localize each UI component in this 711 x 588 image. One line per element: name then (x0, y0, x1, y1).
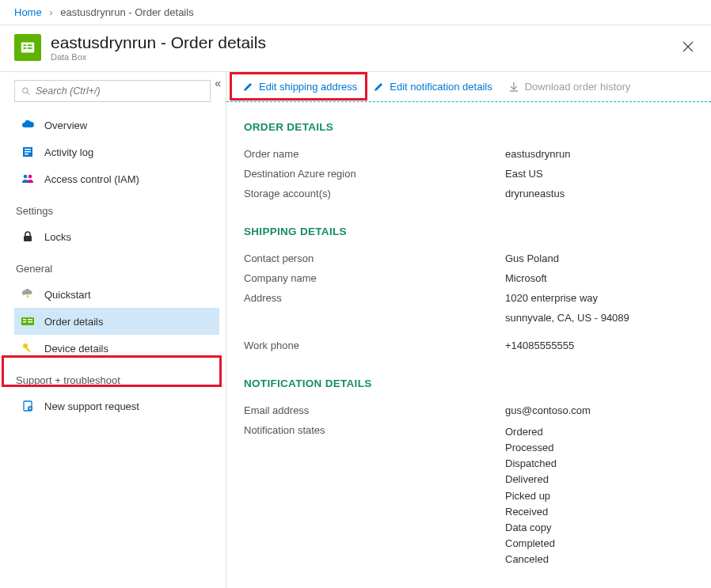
label-storage-account: Storage account(s) (244, 188, 505, 199)
label-order-name: Order name (244, 148, 505, 160)
svg-rect-17 (28, 319, 32, 321)
key-icon (21, 343, 35, 354)
sidebar-item-label: Access control (IAM) (44, 173, 139, 185)
value-address-line2: sunnyvale, CA, US - 94089 (505, 312, 629, 324)
download-icon (508, 82, 519, 93)
sidebar-item-quickstart[interactable]: Quickstart (14, 281, 219, 308)
label-dest-region: Destination Azure region (244, 168, 505, 180)
breadcrumb: Home › eastusdrynrun - Order details (0, 0, 711, 25)
label-contact-person: Contact person (244, 252, 505, 264)
label-address: Address (244, 292, 505, 304)
chevron-right-icon: › (49, 6, 52, 18)
button-label: Edit shipping address (259, 81, 357, 93)
value-work-phone: +14085555555 (505, 340, 574, 351)
value-storage-account: dryruneastus (505, 188, 565, 199)
edit-shipping-address-button[interactable]: Edit shipping address (234, 75, 365, 99)
svg-rect-16 (23, 321, 26, 323)
section-heading-notification-details: NOTIFICATION DETAILS (244, 377, 694, 389)
sidebar-item-device-details[interactable]: Device details (14, 335, 219, 362)
value-address-line1: 1020 enterprise way (505, 292, 598, 304)
cloud-lightning-icon (21, 289, 35, 300)
value-order-name: eastusdrynrun (505, 148, 570, 160)
value-email-address: gus@contoso.com (505, 404, 591, 416)
svg-rect-10 (25, 154, 29, 155)
sidebar: « Overview Activity log Access control (… (0, 72, 226, 588)
order-icon (21, 317, 35, 326)
search-input[interactable] (14, 80, 211, 102)
lock-icon (21, 231, 35, 242)
value-contact-person: Gus Poland (505, 252, 559, 264)
svg-rect-3 (28, 44, 32, 46)
content: ORDER DETAILS Order nameeastusdrynrun De… (226, 102, 711, 586)
button-label: Edit notification details (390, 81, 492, 93)
sidebar-item-label: Overview (44, 119, 87, 131)
sidebar-item-label: Order details (44, 316, 103, 328)
toolbar: Edit shipping address Edit notification … (226, 72, 711, 102)
svg-rect-18 (28, 321, 32, 323)
support-icon (21, 400, 35, 412)
sidebar-item-label: Activity log (44, 146, 93, 158)
main-pane: Edit shipping address Edit notification … (226, 72, 711, 588)
log-icon (21, 146, 35, 157)
page-title: eastusdrynrun - Order details (51, 33, 266, 52)
sidebar-item-label: Locks (44, 231, 71, 243)
sidebar-item-locks[interactable]: Locks (14, 223, 219, 250)
sidebar-group-support: Support + troubleshoot (16, 374, 219, 386)
people-icon (21, 173, 35, 184)
svg-point-12 (29, 175, 32, 179)
label-work-phone: Work phone (244, 340, 505, 351)
button-label: Download order history (525, 81, 631, 93)
label-company-name: Company name (244, 272, 505, 284)
svg-rect-15 (23, 319, 26, 321)
svg-rect-13 (24, 236, 32, 241)
search-icon (21, 86, 31, 97)
section-heading-order-details: ORDER DETAILS (244, 121, 694, 133)
sidebar-group-general: General (16, 263, 219, 275)
sidebar-item-label: New support request (44, 400, 139, 412)
resource-icon (14, 34, 41, 61)
download-order-history-button: Download order history (500, 75, 639, 99)
page-subtitle: Data Box (51, 52, 266, 62)
page-header: eastusdrynrun - Order details Data Box (0, 25, 711, 72)
search-field[interactable] (36, 85, 203, 97)
sidebar-item-access-control[interactable]: Access control (IAM) (14, 165, 219, 192)
value-notification-states: OrderedProcessedDispatchedDeliveredPicke… (505, 424, 557, 567)
svg-rect-1 (24, 44, 27, 46)
sidebar-item-overview[interactable]: Overview (14, 112, 219, 138)
svg-rect-2 (24, 47, 27, 49)
close-button[interactable] (679, 38, 697, 58)
svg-line-6 (27, 92, 29, 94)
pencil-icon (373, 82, 384, 93)
value-dest-region: East US (505, 168, 543, 180)
svg-rect-9 (25, 151, 31, 153)
sidebar-item-activity-log[interactable]: Activity log (14, 138, 219, 165)
svg-rect-20 (25, 347, 31, 352)
label-notification-states: Notification states (244, 424, 505, 567)
svg-point-11 (24, 175, 28, 179)
value-company-name: Microsoft (505, 272, 547, 284)
breadcrumb-current: eastusdrynrun - Order details (60, 6, 193, 18)
collapse-sidebar-button[interactable]: « (215, 77, 221, 89)
section-heading-shipping-details: SHIPPING DETAILS (244, 226, 694, 237)
cloud-icon (21, 120, 35, 130)
sidebar-item-new-support-request[interactable]: New support request (14, 393, 219, 419)
pencil-icon (242, 82, 253, 93)
svg-rect-4 (28, 47, 32, 49)
sidebar-item-label: Quickstart (44, 289, 91, 301)
svg-rect-8 (25, 149, 31, 150)
sidebar-group-settings: Settings (16, 205, 219, 217)
edit-notification-details-button[interactable]: Edit notification details (365, 75, 500, 99)
label-email-address: Email address (244, 404, 505, 416)
sidebar-item-order-details[interactable]: Order details (14, 308, 219, 335)
svg-point-5 (22, 88, 28, 93)
sidebar-item-label: Device details (44, 343, 108, 355)
breadcrumb-home[interactable]: Home (14, 6, 42, 18)
